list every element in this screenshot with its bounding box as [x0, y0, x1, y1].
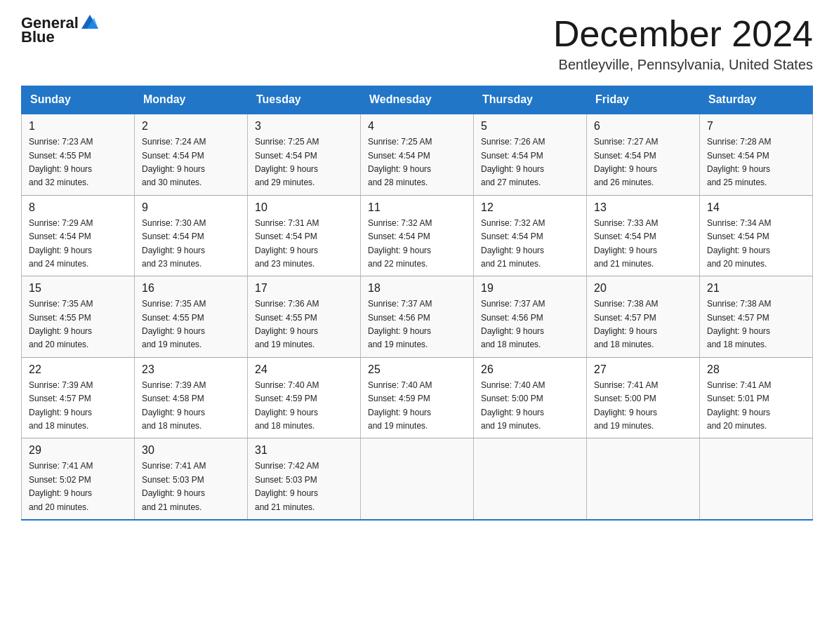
- calendar-cell: 20 Sunrise: 7:38 AMSunset: 4:57 PMDaylig…: [587, 276, 700, 358]
- calendar-week-row: 29 Sunrise: 7:41 AMSunset: 5:02 PMDaylig…: [22, 438, 813, 520]
- calendar-week-row: 15 Sunrise: 7:35 AMSunset: 4:55 PMDaylig…: [22, 276, 813, 358]
- calendar-cell: 12 Sunrise: 7:32 AMSunset: 4:54 PMDaylig…: [474, 195, 587, 276]
- calendar-cell: 10 Sunrise: 7:31 AMSunset: 4:54 PMDaylig…: [248, 195, 361, 276]
- day-number: 24: [255, 363, 353, 376]
- calendar-week-row: 8 Sunrise: 7:29 AMSunset: 4:54 PMDayligh…: [22, 195, 813, 276]
- calendar-cell: 22 Sunrise: 7:39 AMSunset: 4:57 PMDaylig…: [22, 357, 135, 438]
- day-number: 6: [594, 120, 692, 133]
- day-number: 16: [142, 282, 240, 295]
- day-number: 9: [142, 201, 240, 214]
- logo: General Blue: [21, 14, 100, 46]
- day-info: Sunrise: 7:39 AMSunset: 4:57 PMDaylight:…: [29, 380, 93, 431]
- day-info: Sunrise: 7:33 AMSunset: 4:54 PMDaylight:…: [594, 218, 658, 269]
- day-info: Sunrise: 7:27 AMSunset: 4:54 PMDaylight:…: [594, 137, 658, 187]
- day-info: Sunrise: 7:38 AMSunset: 4:57 PMDaylight:…: [707, 299, 771, 349]
- day-number: 3: [255, 120, 353, 133]
- day-info: Sunrise: 7:41 AMSunset: 5:01 PMDaylight:…: [707, 380, 771, 431]
- calendar-header-row: SundayMondayTuesdayWednesdayThursdayFrid…: [22, 86, 813, 114]
- day-number: 5: [481, 120, 579, 133]
- day-info: Sunrise: 7:42 AMSunset: 5:03 PMDaylight:…: [255, 461, 319, 511]
- day-number: 27: [594, 363, 692, 376]
- day-info: Sunrise: 7:40 AMSunset: 4:59 PMDaylight:…: [368, 380, 432, 431]
- calendar-cell: 18 Sunrise: 7:37 AMSunset: 4:56 PMDaylig…: [361, 276, 474, 358]
- col-header-friday: Friday: [587, 86, 700, 114]
- day-info: Sunrise: 7:35 AMSunset: 4:55 PMDaylight:…: [29, 299, 93, 349]
- calendar-cell: 7 Sunrise: 7:28 AMSunset: 4:54 PMDayligh…: [700, 114, 813, 195]
- day-number: 11: [368, 201, 466, 214]
- calendar-cell: 17 Sunrise: 7:36 AMSunset: 4:55 PMDaylig…: [248, 276, 361, 358]
- calendar-cell: 25 Sunrise: 7:40 AMSunset: 4:59 PMDaylig…: [361, 357, 474, 438]
- day-info: Sunrise: 7:37 AMSunset: 4:56 PMDaylight:…: [368, 299, 432, 349]
- calendar-cell: 6 Sunrise: 7:27 AMSunset: 4:54 PMDayligh…: [587, 114, 700, 195]
- calendar-cell: 11 Sunrise: 7:32 AMSunset: 4:54 PMDaylig…: [361, 195, 474, 276]
- calendar-cell: 8 Sunrise: 7:29 AMSunset: 4:54 PMDayligh…: [22, 195, 135, 276]
- day-info: Sunrise: 7:23 AMSunset: 4:55 PMDaylight:…: [29, 137, 93, 187]
- calendar-week-row: 1 Sunrise: 7:23 AMSunset: 4:55 PMDayligh…: [22, 114, 813, 195]
- calendar-cell: 14 Sunrise: 7:34 AMSunset: 4:54 PMDaylig…: [700, 195, 813, 276]
- day-number: 28: [707, 363, 805, 376]
- logo-icon: [80, 12, 100, 32]
- calendar-cell: 4 Sunrise: 7:25 AMSunset: 4:54 PMDayligh…: [361, 114, 474, 195]
- calendar-table: SundayMondayTuesdayWednesdayThursdayFrid…: [21, 86, 813, 521]
- day-info: Sunrise: 7:41 AMSunset: 5:03 PMDaylight:…: [142, 461, 206, 511]
- day-info: Sunrise: 7:34 AMSunset: 4:54 PMDaylight:…: [707, 218, 771, 269]
- col-header-monday: Monday: [135, 86, 248, 114]
- day-number: 20: [594, 282, 692, 295]
- day-number: 21: [707, 282, 805, 295]
- day-number: 22: [29, 363, 127, 376]
- day-info: Sunrise: 7:31 AMSunset: 4:54 PMDaylight:…: [255, 218, 319, 269]
- col-header-saturday: Saturday: [700, 86, 813, 114]
- day-info: Sunrise: 7:29 AMSunset: 4:54 PMDaylight:…: [29, 218, 93, 269]
- day-info: Sunrise: 7:26 AMSunset: 4:54 PMDaylight:…: [481, 137, 545, 187]
- calendar-cell: 13 Sunrise: 7:33 AMSunset: 4:54 PMDaylig…: [587, 195, 700, 276]
- day-number: 4: [368, 120, 466, 133]
- col-header-wednesday: Wednesday: [361, 86, 474, 114]
- location-subtitle: Bentleyville, Pennsylvania, United State…: [553, 57, 813, 73]
- col-header-tuesday: Tuesday: [248, 86, 361, 114]
- calendar-cell: 21 Sunrise: 7:38 AMSunset: 4:57 PMDaylig…: [700, 276, 813, 358]
- calendar-cell: 2 Sunrise: 7:24 AMSunset: 4:54 PMDayligh…: [135, 114, 248, 195]
- day-info: Sunrise: 7:25 AMSunset: 4:54 PMDaylight:…: [368, 137, 432, 187]
- day-info: Sunrise: 7:37 AMSunset: 4:56 PMDaylight:…: [481, 299, 545, 349]
- day-number: 12: [481, 201, 579, 214]
- calendar-cell: 30 Sunrise: 7:41 AMSunset: 5:03 PMDaylig…: [135, 438, 248, 520]
- calendar-cell: 24 Sunrise: 7:40 AMSunset: 4:59 PMDaylig…: [248, 357, 361, 438]
- calendar-cell: [361, 438, 474, 520]
- calendar-cell: 5 Sunrise: 7:26 AMSunset: 4:54 PMDayligh…: [474, 114, 587, 195]
- day-info: Sunrise: 7:40 AMSunset: 4:59 PMDaylight:…: [255, 380, 319, 431]
- calendar-cell: 27 Sunrise: 7:41 AMSunset: 5:00 PMDaylig…: [587, 357, 700, 438]
- calendar-cell: 23 Sunrise: 7:39 AMSunset: 4:58 PMDaylig…: [135, 357, 248, 438]
- calendar-cell: 3 Sunrise: 7:25 AMSunset: 4:54 PMDayligh…: [248, 114, 361, 195]
- day-number: 10: [255, 201, 353, 214]
- day-number: 19: [481, 282, 579, 295]
- day-number: 30: [142, 444, 240, 457]
- calendar-cell: 16 Sunrise: 7:35 AMSunset: 4:55 PMDaylig…: [135, 276, 248, 358]
- day-number: 8: [29, 201, 127, 214]
- day-number: 17: [255, 282, 353, 295]
- day-number: 13: [594, 201, 692, 214]
- day-info: Sunrise: 7:41 AMSunset: 5:00 PMDaylight:…: [594, 380, 658, 431]
- day-number: 14: [707, 201, 805, 214]
- calendar-cell: 1 Sunrise: 7:23 AMSunset: 4:55 PMDayligh…: [22, 114, 135, 195]
- day-number: 23: [142, 363, 240, 376]
- day-info: Sunrise: 7:32 AMSunset: 4:54 PMDaylight:…: [481, 218, 545, 269]
- day-number: 26: [481, 363, 579, 376]
- day-number: 31: [255, 444, 353, 457]
- calendar-cell: 19 Sunrise: 7:37 AMSunset: 4:56 PMDaylig…: [474, 276, 587, 358]
- day-info: Sunrise: 7:25 AMSunset: 4:54 PMDaylight:…: [255, 137, 319, 187]
- day-number: 18: [368, 282, 466, 295]
- day-info: Sunrise: 7:39 AMSunset: 4:58 PMDaylight:…: [142, 380, 206, 431]
- day-info: Sunrise: 7:38 AMSunset: 4:57 PMDaylight:…: [594, 299, 658, 349]
- day-info: Sunrise: 7:24 AMSunset: 4:54 PMDaylight:…: [142, 137, 206, 187]
- day-info: Sunrise: 7:40 AMSunset: 5:00 PMDaylight:…: [481, 380, 545, 431]
- calendar-cell: 29 Sunrise: 7:41 AMSunset: 5:02 PMDaylig…: [22, 438, 135, 520]
- day-number: 2: [142, 120, 240, 133]
- day-info: Sunrise: 7:35 AMSunset: 4:55 PMDaylight:…: [142, 299, 206, 349]
- day-number: 15: [29, 282, 127, 295]
- calendar-cell: [700, 438, 813, 520]
- calendar-cell: 31 Sunrise: 7:42 AMSunset: 5:03 PMDaylig…: [248, 438, 361, 520]
- day-info: Sunrise: 7:36 AMSunset: 4:55 PMDaylight:…: [255, 299, 319, 349]
- day-info: Sunrise: 7:32 AMSunset: 4:54 PMDaylight:…: [368, 218, 432, 269]
- calendar-cell: 26 Sunrise: 7:40 AMSunset: 5:00 PMDaylig…: [474, 357, 587, 438]
- title-area: December 2024 Bentleyville, Pennsylvania…: [553, 14, 813, 73]
